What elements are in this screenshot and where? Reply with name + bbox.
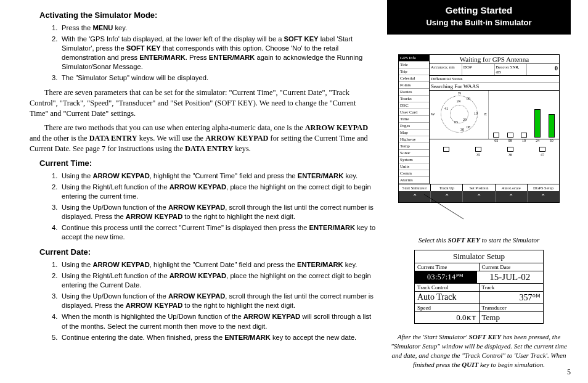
svg-line-0 [424,194,463,219]
signal-bars: 0508102430 [489,91,559,139]
side-tab[interactable]: User Card [399,109,429,116]
diff-status-label: Differential Status [430,76,559,83]
sidebar-subtitle: Using the Built-in Simulator [393,18,565,27]
side-tab[interactable]: Celestial [399,75,429,82]
signal-bar: 05 [493,133,499,138]
list-item: 3.Using the Up/Down function of the ARRO… [52,203,376,221]
side-tab[interactable]: Pages [399,123,429,130]
softkeys-row: Start SimulatorTrack UpSet PositionAutoL… [399,184,559,191]
sim-trackctl-value[interactable]: Auto Track [415,292,480,303]
softkey[interactable]: AutoLocate [496,184,528,191]
side-tab[interactable]: Trip [399,68,429,75]
list-item: 1.Using the ARROW KEYPAD, highlight the … [52,171,376,181]
sky-view: W E N 41 24 09 10 05 29 08 30 [430,91,489,139]
sidebar-title: Getting Started [393,5,565,15]
signal-bar: 36 [507,147,513,152]
para-two-methods: There are two methods that you can use w… [30,123,376,154]
callout-line [387,203,571,235]
list-item: 1.Press the MENU key. [52,23,376,33]
sim-hdr-date: Current Date [480,263,544,271]
softkey[interactable]: Start Simulator [399,184,431,191]
side-tab[interactable]: Highway [399,136,429,143]
side-tab[interactable]: Routes [399,89,429,96]
heading-current-time: Current Time: [39,158,376,169]
list-item: 1.Using the ARROW KEYPAD, highlight the … [52,260,376,270]
right-column: Getting Started Using the Built-in Simul… [387,0,588,383]
side-tab[interactable]: System [399,157,429,163]
side-tab[interactable]: Alarms [399,177,429,184]
sim-track-value[interactable]: 357°ᴹ [480,292,544,303]
sim-title: Simulator Setup [415,250,543,263]
side-tab[interactable]: Units [399,163,429,170]
list-activating: 1.Press the MENU key.2.With the 'GPS Inf… [52,23,376,83]
side-tab[interactable]: Comm [399,170,429,177]
para-seven-params: There are seven parameters that can be s… [30,88,376,119]
list-item: 2.Using the Right/Left function of the A… [52,271,376,290]
signal-bar: 08 [507,133,513,138]
sim-transducer-value[interactable]: Temp [480,312,544,323]
signal-bar: 35 [475,147,481,152]
side-tab[interactable]: Time [399,116,429,123]
softkey[interactable]: Track Up [431,184,463,191]
list-item: 3.The "Simulator Setup" window will be d… [52,73,376,83]
list-item: 2.Using the Right/Left function of the A… [52,183,376,201]
waas-status: Searching For WAAS [430,83,559,91]
sim-hdr-speed: Speed [415,304,480,311]
list-current-time: 1.Using the ARROW KEYPAD, highlight the … [52,171,376,242]
list-item: 4.Continue this process until the correc… [52,223,376,242]
heading-activating: Activating the Simulator Mode: [39,10,376,21]
left-column: Activating the Simulator Mode: 1.Press t… [0,0,387,383]
meta-dop: DOP [462,64,495,75]
side-tab[interactable]: Map [399,130,429,136]
side-tab[interactable]: Tide [399,62,429,68]
screenshot-simulator-setup: Simulator Setup Current TimeCurrent Date… [414,250,544,324]
side-tab[interactable]: DSC [399,102,429,109]
signal-bar: 47 [539,147,545,152]
caption-softkey: Select this SOFT KEY to start the Simula… [387,236,571,244]
meta-accuracy: Accuracy, nm [430,64,462,75]
sidebar-header: Getting Started Using the Built-in Simul… [387,0,571,35]
heading-current-date: Current Date: [39,247,376,258]
sim-date-value[interactable]: 15-JUL-02 [477,271,544,283]
sim-hdr-time: Current Time [415,263,480,271]
signal-bar: 30 [549,114,555,138]
sim-time-value[interactable]: 03:57:14ᴾᴹ [415,271,477,283]
side-tab[interactable]: Sonar [399,150,429,157]
meta-snr-label: Beacon SNR, dB [495,64,528,75]
screenshot-gps-info: GPS InfoTideTripCelestialPointsRoutesTra… [398,54,560,203]
sim-speed-value[interactable]: 0.0ᴋᴛ [415,312,480,323]
softkey[interactable]: DGPS Setup [528,184,559,191]
list-item: 2.With the 'GPS Info' tab displayed, at … [52,35,376,72]
list-current-date: 1.Using the ARROW KEYPAD, highlight the … [52,260,376,342]
softkey[interactable]: Set Position [463,184,495,191]
sim-hdr-transducer: Transducer [480,304,544,311]
list-item: 3.Using the Up/Down function of the ARRO… [52,292,376,310]
caption-simulator-setup: After the 'Start Simulator' SOFT KEY has… [390,332,568,369]
gps-title: Waiting for GPS Antenna [430,55,559,64]
side-tab[interactable]: GPS Info [399,55,429,62]
sim-hdr-trackctl: Track Control [415,284,480,291]
meta-snr-value: 0 [527,64,559,75]
side-tabs: GPS InfoTideTripCelestialPointsRoutesTra… [399,55,430,184]
sim-hdr-track: Track [480,284,544,291]
list-item: 5.Continue entering the date. When finis… [52,333,376,342]
side-tab[interactable]: Points [399,82,429,89]
side-tab[interactable]: Temp [399,143,429,150]
side-tab[interactable]: Tracks [399,96,429,102]
signal-bar: 10 [521,133,527,138]
page-number: 5 [567,368,571,377]
caret-icon[interactable]: ⌃ [528,191,559,202]
signal-bar [443,147,449,152]
caret-icon[interactable]: ⌃ [496,191,528,202]
list-item: 4.When the month is highlighted the Up/D… [52,312,376,331]
signal-bar: 24 [534,109,541,138]
